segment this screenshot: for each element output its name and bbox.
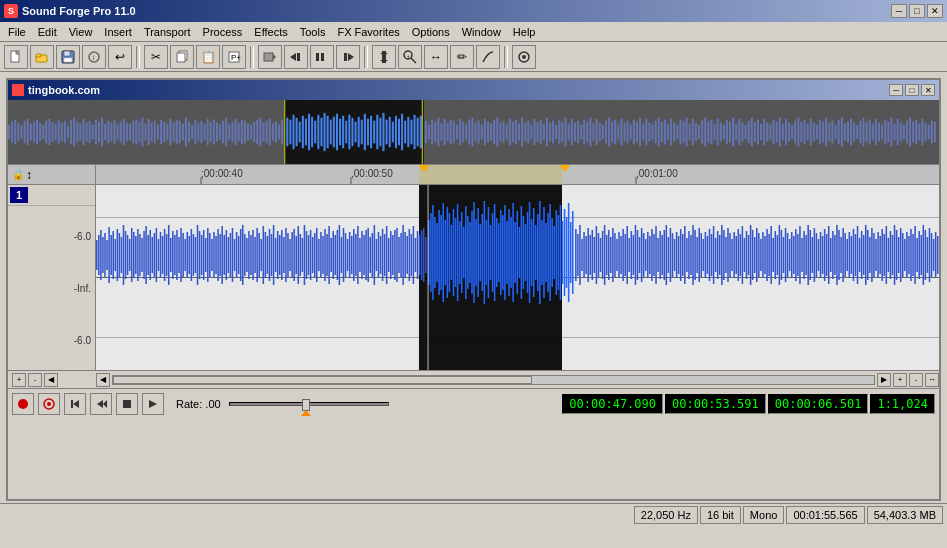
- paste-button[interactable]: 📋: [196, 45, 220, 69]
- svg-rect-385: [201, 235, 203, 275]
- svg-rect-646: [740, 234, 742, 276]
- zoom-out-scroll[interactable]: -: [909, 373, 923, 387]
- svg-rect-284: [797, 118, 799, 147]
- svg-rect-314: [890, 118, 892, 147]
- svg-rect-623: [692, 225, 694, 285]
- svg-rect-177: [465, 124, 467, 141]
- svg-rect-570: [583, 232, 585, 278]
- menu-process[interactable]: Process: [197, 24, 249, 40]
- forward-button[interactable]: [336, 45, 360, 69]
- save-button[interactable]: [56, 45, 80, 69]
- svg-rect-128: [311, 117, 313, 148]
- svg-rect-625: [696, 237, 698, 273]
- menu-fx-favorites[interactable]: FX Favorites: [331, 24, 405, 40]
- maximize-button[interactable]: □: [909, 4, 925, 18]
- track-add-button[interactable]: +: [12, 373, 26, 387]
- document-icon: [12, 84, 24, 96]
- zoom-tool[interactable]: +: [398, 45, 422, 69]
- zoom-fit-scroll[interactable]: ↔: [925, 373, 939, 387]
- select-tool[interactable]: ↔: [424, 45, 448, 69]
- sample-rate-display: 22,050 Hz: [634, 506, 698, 524]
- document-window: tingbook.com ─ □ ✕: [6, 78, 941, 501]
- new-button[interactable]: [4, 45, 28, 69]
- step-back-button[interactable]: [90, 393, 112, 415]
- doc-maximize[interactable]: □: [905, 84, 919, 96]
- record-enable-button[interactable]: [38, 393, 60, 415]
- svg-rect-233: [639, 118, 641, 147]
- svg-rect-35: [24, 121, 26, 144]
- svg-rect-222: [605, 121, 607, 144]
- svg-rect-231: [633, 120, 635, 145]
- scrollbar-thumb[interactable]: [113, 376, 532, 384]
- menu-help[interactable]: Help: [507, 24, 542, 40]
- undo-button[interactable]: ↩: [108, 45, 132, 69]
- menu-effects[interactable]: Effects: [248, 24, 293, 40]
- menu-transport[interactable]: Transport: [138, 24, 197, 40]
- svg-rect-481: [398, 237, 400, 273]
- svg-rect-422: [277, 231, 279, 279]
- scrollbar-track[interactable]: [112, 375, 875, 385]
- svg-rect-226: [617, 124, 619, 141]
- svg-rect-67: [123, 119, 125, 146]
- pencil-tool[interactable]: ✏: [450, 45, 474, 69]
- fade-tool[interactable]: [476, 45, 500, 69]
- close-button[interactable]: ✕: [927, 4, 943, 18]
- playback-button[interactable]: [310, 45, 334, 69]
- svg-rect-698: [846, 239, 848, 271]
- snap-button[interactable]: [512, 45, 536, 69]
- rewind-button[interactable]: [284, 45, 308, 69]
- open-button[interactable]: [30, 45, 54, 69]
- menu-view[interactable]: View: [63, 24, 99, 40]
- menu-options[interactable]: Options: [406, 24, 456, 40]
- svg-rect-302: [853, 123, 855, 142]
- menu-window[interactable]: Window: [456, 24, 507, 40]
- play-button[interactable]: [142, 393, 164, 415]
- zoom-in-scroll[interactable]: +: [893, 373, 907, 387]
- svg-rect-468: [372, 233, 374, 277]
- stop-button[interactable]: [116, 393, 138, 415]
- menu-file[interactable]: File: [2, 24, 32, 40]
- scroll-right-button[interactable]: ▶: [877, 373, 891, 387]
- record-transport-button[interactable]: [12, 393, 34, 415]
- go-to-start-button[interactable]: [64, 393, 86, 415]
- svg-rect-443: [320, 232, 322, 278]
- menu-insert[interactable]: Insert: [98, 24, 138, 40]
- svg-rect-622: [690, 235, 692, 275]
- doc-minimize[interactable]: ─: [889, 84, 903, 96]
- copy-button[interactable]: [170, 45, 194, 69]
- svg-rect-585: [614, 233, 616, 277]
- paste-special-button[interactable]: P+: [222, 45, 246, 69]
- menu-edit[interactable]: Edit: [32, 24, 63, 40]
- track-remove-button[interactable]: -: [28, 373, 42, 387]
- menu-tools[interactable]: Tools: [294, 24, 332, 40]
- svg-rect-85: [179, 121, 181, 144]
- svg-rect-215: [583, 120, 585, 145]
- svg-rect-467: [369, 237, 371, 273]
- doc-close[interactable]: ✕: [921, 84, 935, 96]
- scroll-left-button[interactable]: ◀: [96, 373, 110, 387]
- svg-rect-609: [663, 230, 665, 280]
- svg-text:+: +: [407, 52, 411, 58]
- svg-rect-91: [197, 123, 199, 142]
- cut-button[interactable]: ✂: [144, 45, 168, 69]
- svg-rect-656: [760, 239, 762, 271]
- minimize-button[interactable]: ─: [891, 4, 907, 18]
- svg-rect-469: [374, 225, 376, 285]
- snap-to-icon[interactable]: ↕: [26, 168, 32, 182]
- svg-rect-540: [521, 206, 523, 299]
- svg-rect-54: [82, 119, 84, 146]
- svg-rect-268: [748, 121, 750, 144]
- track-scroll-left[interactable]: ◀: [44, 373, 58, 387]
- waveform-display[interactable]: [96, 185, 939, 370]
- svg-rect-694: [838, 230, 840, 280]
- svg-rect-122: [292, 115, 294, 149]
- cursor-tool[interactable]: [372, 45, 396, 69]
- svg-rect-552: [545, 223, 547, 282]
- svg-rect-448: [330, 238, 332, 272]
- record-button[interactable]: [258, 45, 282, 69]
- svg-rect-200: [537, 122, 539, 143]
- svg-marker-22: [380, 51, 388, 54]
- lock-icon[interactable]: 🔒: [12, 169, 24, 180]
- svg-rect-39: [36, 120, 38, 145]
- properties-button[interactable]: i: [82, 45, 106, 69]
